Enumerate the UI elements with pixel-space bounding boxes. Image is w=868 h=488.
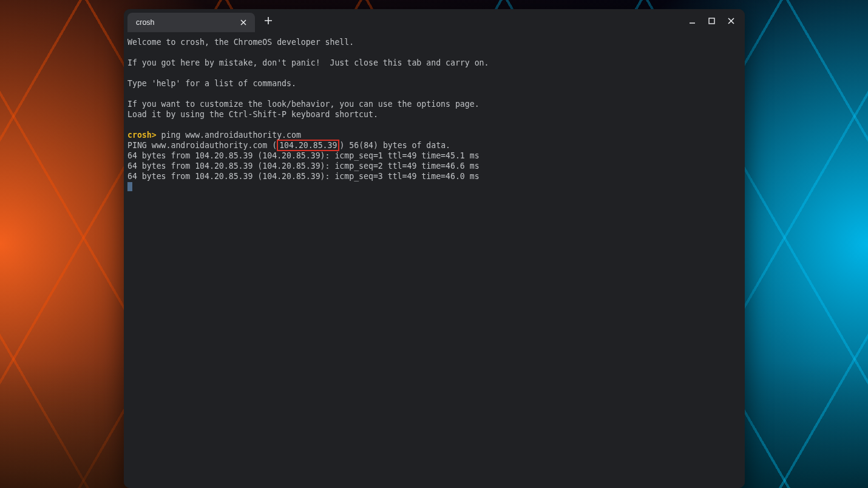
close-window-button[interactable] [725, 15, 736, 26]
terminal-line: If you want to customize the look/behavi… [127, 100, 480, 109]
terminal-command: ping www.androidauthority.com [157, 130, 301, 140]
window-titlebar: crosh [124, 9, 745, 32]
terminal-line: Type 'help' for a list of commands. [127, 79, 296, 88]
terminal-prompt: crosh> [127, 130, 157, 140]
svg-rect-0 [709, 18, 714, 24]
close-tab-icon[interactable] [238, 17, 249, 28]
terminal-line: If you got here by mistake, don't panic!… [127, 58, 489, 67]
tab-label: crosh [136, 18, 238, 27]
terminal-line: Load it by using the Ctrl-Shift-P keyboa… [127, 110, 378, 119]
terminal-window: crosh Welcome to crosh, the ChromeOS dev… [124, 9, 745, 488]
tab-crosh[interactable]: crosh [127, 13, 255, 32]
maximize-button[interactable] [706, 15, 717, 26]
ping-header-suffix: 56(84) bytes of data. [344, 141, 450, 150]
ping-reply-line: 64 bytes from 104.20.85.39 (104.20.85.39… [127, 161, 480, 171]
terminal-output[interactable]: Welcome to crosh, the ChromeOS developer… [124, 32, 745, 488]
ping-ip-open-paren: ( [272, 141, 277, 150]
ping-ip-highlight: 104.20.85.39 [277, 140, 339, 151]
ping-reply-line: 64 bytes from 104.20.85.39 (104.20.85.39… [127, 172, 480, 181]
minimize-button[interactable] [687, 15, 697, 26]
terminal-line: Welcome to crosh, the ChromeOS developer… [127, 38, 354, 47]
ping-reply-line: 64 bytes from 104.20.85.39 (104.20.85.39… [127, 151, 480, 160]
new-tab-button[interactable] [260, 12, 277, 29]
ping-header-prefix: PING www.androidauthority.com [127, 141, 272, 150]
terminal-cursor [127, 182, 132, 191]
window-controls [687, 15, 741, 26]
